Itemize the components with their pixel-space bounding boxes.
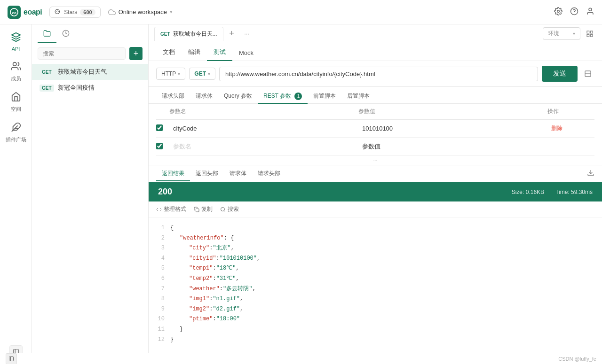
param-row: cityCode 101010100 删除 — [156, 120, 594, 138]
param-checkbox-empty[interactable] — [156, 143, 163, 149]
workspace-label: Online workspace — [119, 8, 167, 15]
code-line: "weatherinfo": { — [170, 233, 594, 244]
tab-edit[interactable]: 编辑 — [182, 44, 207, 61]
tab-doc[interactable]: 文档 — [156, 44, 182, 61]
tab-query-params[interactable]: Query 参数 — [218, 89, 258, 104]
tab-request-headers-resp[interactable]: 请求头部 — [252, 167, 286, 181]
send-button[interactable]: 发送 — [542, 66, 578, 82]
code-line: { — [170, 223, 594, 233]
code-line: "cityid": "101010100", — [170, 254, 594, 264]
stars-label: Stars — [64, 9, 77, 15]
workspace-chevron: ▾ — [170, 9, 173, 15]
svg-rect-15 — [587, 34, 589, 37]
param-value[interactable]: 101010100 — [358, 123, 547, 134]
workspace-selector[interactable]: Online workspace ▾ — [108, 8, 173, 16]
tab-request-body[interactable]: 请求体 — [190, 89, 218, 104]
panel-toggle-button[interactable] — [581, 67, 594, 80]
navbar-right-actions — [554, 7, 594, 17]
svg-rect-20 — [196, 209, 199, 212]
response-size: Size: 0.16KB — [512, 189, 544, 195]
method-select[interactable]: GET ▾ — [189, 68, 215, 80]
search-input[interactable] — [38, 47, 126, 60]
tab-post-script[interactable]: 后置脚本 — [341, 89, 375, 104]
param-name-placeholder[interactable]: 参数名 — [169, 140, 358, 153]
add-api-button[interactable]: + — [129, 47, 143, 60]
value-col-header: 参数值 — [358, 108, 547, 116]
tab-name: 获取城市今日天... — [173, 30, 217, 38]
code-line: } — [170, 325, 594, 335]
doc-tabs: 文档 编辑 测试 Mock — [149, 43, 602, 61]
sidebar-item-members[interactable]: 成员 — [0, 57, 32, 86]
protocol-chevron: ▾ — [178, 71, 180, 77]
logo-icon: eo — [8, 6, 21, 19]
main-content: GET 获取城市今日天... + ··· 环境 ▾ 文档 编辑 测试 — [149, 24, 602, 364]
svg-point-7 — [13, 62, 16, 66]
code-line: "img1": "n1.gif", — [170, 294, 594, 304]
tab-return-result[interactable]: 返回结果 — [156, 167, 190, 181]
app-logo[interactable]: eo eoapi — [8, 6, 42, 19]
tab-test[interactable]: 测试 — [207, 44, 232, 61]
app-name: eoapi — [24, 8, 42, 16]
tab-rest-params[interactable]: REST 参数 1 — [258, 89, 308, 104]
rest-params-badge: 1 — [294, 93, 302, 100]
param-name[interactable]: cityCode — [169, 123, 358, 134]
footer-credit: CSDN @luffy_fe — [558, 356, 596, 362]
url-input[interactable] — [219, 67, 538, 81]
line-numbers: 123456 789101112 — [156, 223, 170, 345]
protocol-select[interactable]: HTTP ▾ — [156, 68, 185, 80]
navbar: eo eoapi Stars 600 Online workspace ▾ — [0, 0, 602, 24]
sidebar-item-api[interactable]: API — [0, 28, 32, 55]
svg-point-3 — [557, 10, 560, 12]
add-tab-button[interactable]: + — [225, 27, 238, 40]
param-checkbox[interactable] — [156, 124, 163, 131]
copy-button[interactable]: 复制 — [194, 205, 213, 213]
search-json-button[interactable]: 搜索 — [220, 205, 239, 213]
param-value-placeholder[interactable]: 参数值 — [358, 140, 547, 153]
star-icon — [55, 9, 61, 15]
settings-button[interactable] — [554, 7, 562, 17]
svg-rect-13 — [587, 31, 589, 33]
active-request-tab[interactable]: GET 获取城市今日天... — [154, 27, 223, 41]
tab-pre-script[interactable]: 前置脚本 — [308, 89, 341, 104]
svg-rect-16 — [590, 34, 593, 37]
sidebar-label-members: 成员 — [11, 75, 21, 82]
tab-folder[interactable] — [38, 26, 56, 43]
request-tabs-bar: GET 获取城市今日天... + ··· 环境 ▾ — [149, 24, 602, 43]
view-toggle-button[interactable] — [583, 27, 596, 40]
tab-history[interactable] — [56, 26, 75, 43]
api-list-item[interactable]: GET 获取城市今日天气 — [32, 64, 148, 80]
tab-return-headers[interactable]: 返回头部 — [190, 167, 224, 181]
url-bar: HTTP ▾ GET ▾ 发送 — [149, 61, 602, 87]
collapse-icon — [8, 356, 14, 362]
environment-select[interactable]: 环境 ▾ — [543, 27, 580, 40]
file-panel-toolbar: + — [32, 43, 148, 64]
code-line: } — [170, 335, 594, 345]
delete-param-button[interactable]: 删除 — [551, 125, 562, 132]
format-button[interactable]: 整理格式 — [156, 205, 186, 213]
json-code: { "weatherinfo": { "city": "北京", "cityid… — [170, 223, 594, 345]
space-icon — [11, 92, 21, 104]
download-button[interactable] — [587, 169, 594, 178]
svg-point-6 — [589, 8, 592, 11]
footer-collapse-button[interactable] — [6, 353, 17, 364]
code-line: "temp1": "18℃", — [170, 263, 594, 274]
params-tabs: 请求头部 请求体 Query 参数 REST 参数 1 前置脚本 后置脚本 — [149, 87, 602, 104]
tab-mock[interactable]: Mock — [232, 46, 260, 61]
tab-request-body-resp[interactable]: 请求体 — [224, 167, 252, 181]
help-button[interactable] — [570, 7, 578, 17]
stars-button[interactable]: Stars 600 — [49, 7, 100, 18]
svg-text:eo: eo — [12, 10, 16, 15]
tab-request-headers[interactable]: 请求头部 — [156, 89, 190, 104]
user-button[interactable] — [586, 7, 594, 17]
method-chevron: ▾ — [208, 71, 210, 77]
sidebar-label-space: 空间 — [11, 106, 21, 113]
response-tabs: 返回结果 返回头部 请求体 请求头部 — [149, 165, 602, 182]
api-list-item[interactable]: GET 新冠全国疫情 — [32, 80, 148, 96]
sidebar-item-space[interactable]: 空间 — [0, 88, 32, 116]
copy-icon — [194, 207, 199, 212]
more-tabs-button[interactable]: ··· — [240, 27, 253, 40]
footer: CSDN @luffy_fe — [0, 353, 602, 364]
sidebar-item-plugins[interactable]: 插件广场 — [0, 118, 32, 147]
response-meta: Size: 0.16KB Time: 59.30ms — [512, 189, 593, 195]
name-col-header: 参数名 — [169, 108, 358, 116]
